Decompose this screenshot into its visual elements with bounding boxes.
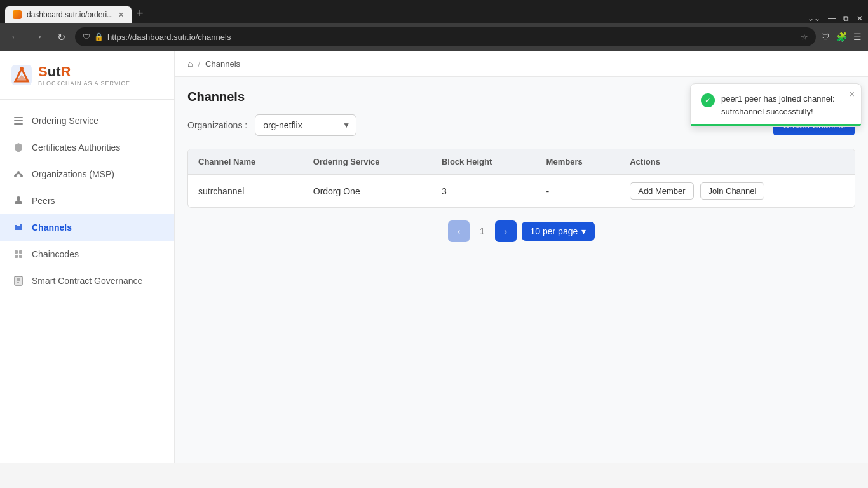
extensions-puzzle-icon[interactable]: 🧩 — [836, 32, 847, 42]
table-header: Channel Name Ordering Service Block Heig… — [188, 149, 855, 175]
close-window-icon[interactable]: ✕ — [857, 14, 863, 23]
minimize-icon[interactable]: — — [828, 14, 836, 23]
org-icon — [13, 168, 24, 180]
forward-button[interactable]: → — [29, 28, 47, 46]
join-channel-button[interactable]: Join Channel — [700, 182, 765, 200]
org-filter-label: Organizations : — [187, 120, 247, 130]
svg-point-7 — [17, 171, 20, 173]
svg-rect-6 — [14, 123, 23, 125]
toast-success-icon: ✓ — [701, 93, 715, 107]
sidebar: SutR BLOCKCHAIN AS A SERVICE Ordering Se… — [0, 51, 175, 463]
sidebar-item-smart-contract[interactable]: Smart Contract Governance — [0, 268, 174, 294]
channels-table-container: Channel Name Ordering Service Block Heig… — [187, 149, 855, 208]
svg-rect-16 — [19, 255, 22, 258]
sidebar-item-channels[interactable]: Channels — [0, 214, 174, 241]
breadcrumb: ⌂ / Channels — [175, 51, 868, 77]
col-header-actions: Actions — [620, 149, 855, 175]
breadcrumb-current: Channels — [205, 59, 240, 69]
restore-icon[interactable]: ⧉ — [843, 14, 849, 23]
menu-icon[interactable]: ☰ — [853, 32, 862, 42]
sidebar-navigation: Ordering Service Certificates Authoritie… — [0, 100, 174, 463]
svg-line-11 — [18, 173, 22, 175]
svg-rect-13 — [15, 250, 18, 254]
new-tab-button[interactable]: + — [132, 4, 149, 23]
svg-line-10 — [15, 173, 18, 175]
prev-icon: ‹ — [457, 226, 460, 236]
per-page-button[interactable]: 10 per page ▾ — [522, 222, 595, 241]
sidebar-item-ordering-service[interactable]: Ordering Service — [0, 107, 174, 134]
list-icon — [13, 115, 24, 126]
add-member-button[interactable]: Add Member — [630, 182, 693, 200]
sidebar-label-certificate-authorities: Certificates Authorities — [32, 142, 120, 152]
tab-overflow-controls: ⌄⌄ — ⧉ ✕ — [808, 14, 863, 23]
sidebar-label-peers: Peers — [32, 196, 55, 206]
refresh-button[interactable]: ↻ — [52, 28, 70, 46]
breadcrumb-separator: / — [198, 59, 200, 69]
tab-list-icon[interactable]: ⌄⌄ — [808, 14, 820, 23]
cell-actions: Add Member Join Channel — [620, 175, 855, 208]
next-page-button[interactable]: › — [495, 220, 517, 242]
col-header-channel-name: Channel Name — [188, 149, 303, 175]
svg-point-9 — [20, 175, 23, 177]
prev-page-button[interactable]: ‹ — [448, 220, 470, 242]
security-icon: 🛡 — [83, 32, 90, 41]
sidebar-item-organizations[interactable]: Organizations (MSP) — [0, 161, 174, 187]
sidebar-item-chaincodes[interactable]: Chaincodes — [0, 241, 174, 268]
per-page-arrow-icon: ▾ — [581, 226, 586, 236]
contract-icon — [13, 275, 24, 287]
sidebar-label-ordering-service: Ordering Service — [32, 116, 98, 126]
lock-icon: 🔒 — [94, 32, 104, 41]
main-content: ⌂ / Channels Channels Organizations : or… — [175, 51, 868, 463]
toast-notification: ✓ peer1 peer has joined channel: sutrcha… — [690, 83, 862, 127]
cell-ordering-service: Ordorg One — [303, 175, 431, 208]
logo-text: SutR — [38, 64, 130, 80]
col-header-block-height: Block Height — [431, 149, 536, 175]
cell-channel-name: sutrchannel — [188, 175, 303, 208]
toast-progress-bar — [691, 124, 861, 126]
content-area: Channels Organizations : org-netflix org… — [175, 77, 868, 463]
extensions-icon[interactable]: 🛡 — [821, 32, 830, 42]
svg-rect-14 — [19, 250, 22, 254]
svg-point-8 — [14, 175, 17, 177]
svg-point-3 — [20, 67, 24, 71]
shield-icon — [13, 142, 24, 153]
chaincode-icon — [13, 248, 24, 260]
svg-rect-4 — [14, 117, 23, 118]
sutr-logo-icon — [10, 64, 33, 86]
sidebar-item-peers[interactable]: Peers — [0, 187, 174, 214]
current-page: 1 — [475, 226, 490, 236]
svg-rect-5 — [14, 120, 23, 121]
back-button[interactable]: ← — [6, 28, 24, 46]
sidebar-label-smart-contract: Smart Contract Governance — [32, 276, 142, 286]
tab-title: dashboard.sutr.io/orderi... — [27, 10, 113, 19]
sidebar-label-channels: Channels — [32, 222, 72, 233]
toast-close-button[interactable]: × — [850, 89, 855, 99]
sidebar-item-certificate-authorities[interactable]: Certificates Authorities — [0, 134, 174, 161]
col-header-ordering-service: Ordering Service — [303, 149, 431, 175]
logo-subtitle: BLOCKCHAIN AS A SERVICE — [38, 80, 130, 86]
browser-actions: 🛡 🧩 ☰ — [821, 32, 862, 42]
pagination: ‹ 1 › 10 per page ▾ — [187, 220, 855, 242]
col-header-members: Members — [536, 149, 620, 175]
sidebar-label-organizations: Organizations (MSP) — [32, 169, 114, 179]
peer-icon — [13, 195, 24, 207]
svg-rect-15 — [15, 255, 18, 258]
table-body: sutrchannel Ordorg One 3 - Add Member Jo… — [188, 175, 855, 208]
bookmark-icon[interactable]: ☆ — [801, 32, 808, 42]
per-page-label: 10 per page — [531, 226, 578, 236]
toast-message: peer1 peer has joined channel: sutrchann… — [721, 93, 851, 118]
sidebar-label-chaincodes: Chaincodes — [32, 249, 79, 259]
next-icon: › — [504, 226, 507, 236]
tab-favicon — [13, 10, 22, 19]
address-bar[interactable]: 🛡 🔒 https://dashboard.sutr.io/channels ☆ — [75, 27, 816, 46]
channel-icon — [13, 222, 24, 233]
cell-block-height: 3 — [431, 175, 536, 208]
org-select[interactable]: org-netflix org-amazon org-google — [255, 114, 356, 136]
tab-close-button[interactable]: ✕ — [118, 11, 124, 19]
url-text: https://dashboard.sutr.io/channels — [107, 32, 231, 42]
table-row: sutrchannel Ordorg One 3 - Add Member Jo… — [188, 175, 855, 208]
channels-table: Channel Name Ordering Service Block Heig… — [188, 149, 855, 207]
svg-point-12 — [17, 196, 20, 200]
home-icon[interactable]: ⌂ — [187, 58, 193, 69]
active-tab[interactable]: dashboard.sutr.io/orderi... ✕ — [5, 6, 132, 23]
